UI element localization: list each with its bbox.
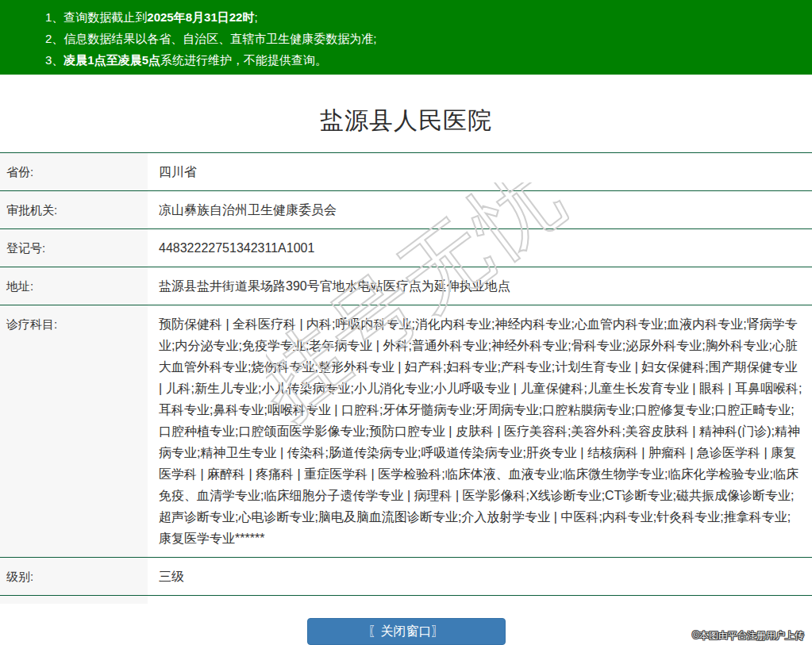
button-row: 〖关闭窗口〗 xyxy=(0,618,812,645)
notice-number: 1、 xyxy=(45,10,63,24)
table-row-registration-number: 登记号: 44832222751342311A1001 xyxy=(0,229,812,267)
field-value-level: 三级 xyxy=(148,558,812,595)
table-row-medical-subjects: 诊疗科目: 预防保健科 | 全科医疗科 | 内科;呼吸内科专业;消化内科专业;神… xyxy=(0,305,812,558)
field-value-medical-subjects: 预防保健科 | 全科医疗科 | 内科;呼吸内科专业;消化内科专业;神经内科专业;… xyxy=(148,305,812,557)
table-row-address: 地址: 盐源县盐井街道果场路390号官地水电站医疗点为延伸执业地点 xyxy=(0,267,812,305)
notice-number: 3、 xyxy=(45,53,63,67)
field-label-medical-subjects: 诊疗科目: xyxy=(0,305,148,557)
field-label-province: 省份: xyxy=(0,153,148,190)
table-row-province: 省份: 四川省 xyxy=(0,153,812,191)
field-value-approval-authority: 凉山彝族自治州卫生健康委员会 xyxy=(148,191,812,228)
uploader-credit: ©本图由平台注册用户上传 xyxy=(692,629,804,643)
field-label-level: 级别: xyxy=(0,558,148,595)
page-title: 盐源县人民医院 xyxy=(0,105,812,137)
field-value-address: 盐源县盐井街道果场路390号官地水电站医疗点为延伸执业地点 xyxy=(148,267,812,305)
notice-banner: 1、查询数据截止到2025年8月31日22时; 2、信息数据结果以各省、自治区、… xyxy=(0,0,812,75)
notice-bold-text: 2025年8月31日22时 xyxy=(147,10,254,24)
field-value-province: 四川省 xyxy=(148,153,812,190)
notice-line-3: 3、凌晨1点至凌晨5点系统进行维护，不能提供查询。 xyxy=(45,49,796,71)
field-value-registration-number: 44832222751342311A1001 xyxy=(148,229,812,267)
notice-line-1: 1、查询数据截止到2025年8月31日22时; xyxy=(45,6,796,28)
table-row-level: 级别: 三级 xyxy=(0,558,812,596)
notice-number: 2、 xyxy=(45,32,63,45)
hospital-details-table: 省份: 四川省 审批机关: 凉山彝族自治州卫生健康委员会 登记号: 448322… xyxy=(0,152,812,604)
notice-text: 信息数据结果以各省、自治区、直辖市卫生健康委数据为准; xyxy=(63,32,376,45)
field-label-registration-number: 登记号: xyxy=(0,229,148,267)
table-row-approval-authority: 审批机关: 凉山彝族自治州卫生健康委员会 xyxy=(0,191,812,229)
field-label-approval-authority: 审批机关: xyxy=(0,191,148,228)
table-footer-strip xyxy=(0,596,148,604)
field-label-address: 地址: xyxy=(0,267,148,305)
notice-text: 系统进行维护，不能提供查询。 xyxy=(160,53,327,67)
notice-text: 查询数据截止到 xyxy=(63,10,147,24)
notice-text: ; xyxy=(254,10,257,24)
notice-line-2: 2、信息数据结果以各省、自治区、直辖市卫生健康委数据为准; xyxy=(45,28,796,49)
notice-bold-text: 凌晨1点至凌晨5点 xyxy=(63,53,160,67)
close-window-button[interactable]: 〖关闭窗口〗 xyxy=(307,618,506,645)
